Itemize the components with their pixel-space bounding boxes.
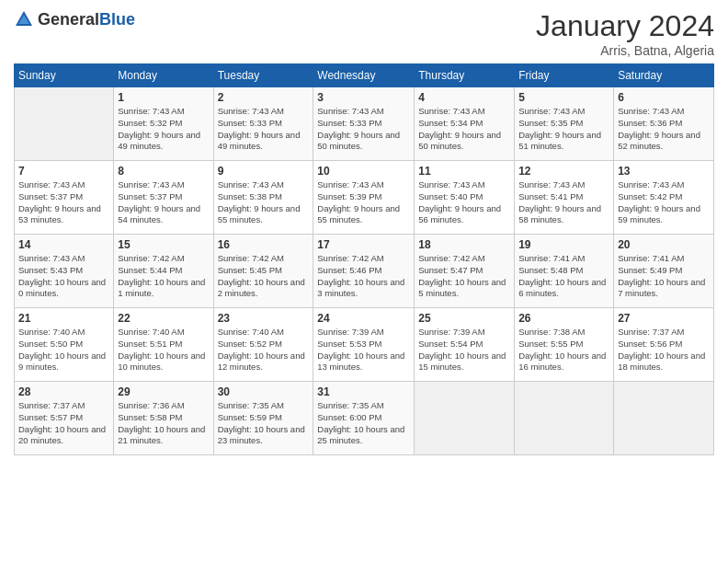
- cell-week3-day2: 15Sunrise: 7:42 AMSunset: 5:44 PMDayligh…: [114, 235, 213, 308]
- cell-week2-day5: 11Sunrise: 7:43 AMSunset: 5:40 PMDayligh…: [415, 161, 515, 235]
- cell-content: Sunrise: 7:37 AMSunset: 5:57 PMDaylight:…: [18, 400, 109, 447]
- cell-week1-day7: 6Sunrise: 7:43 AMSunset: 5:36 PMDaylight…: [614, 87, 714, 161]
- day-number: 29: [118, 385, 209, 398]
- cell-content: Sunrise: 7:43 AMSunset: 5:37 PMDaylight:…: [118, 179, 209, 226]
- day-number: 16: [218, 238, 310, 251]
- day-number: 20: [618, 238, 710, 251]
- day-number: 21: [18, 312, 109, 325]
- cell-content: Sunrise: 7:39 AMSunset: 5:53 PMDaylight:…: [317, 327, 410, 373]
- cell-week2-day4: 10Sunrise: 7:43 AMSunset: 5:39 PMDayligh…: [313, 161, 415, 235]
- header-row: Sunday Monday Tuesday Wednesday Thursday…: [15, 64, 714, 87]
- cell-content: Sunrise: 7:43 AMSunset: 5:36 PMDaylight:…: [618, 106, 710, 153]
- cell-week2-day7: 13Sunrise: 7:43 AMSunset: 5:42 PMDayligh…: [614, 161, 714, 235]
- cell-content: Sunrise: 7:43 AMSunset: 5:41 PMDaylight:…: [518, 179, 609, 226]
- cell-week3-day5: 18Sunrise: 7:42 AMSunset: 5:47 PMDayligh…: [415, 235, 515, 308]
- cell-content: Sunrise: 7:43 AMSunset: 5:38 PMDaylight:…: [218, 179, 310, 226]
- day-number: 25: [418, 312, 510, 325]
- cell-week4-day6: 26Sunrise: 7:38 AMSunset: 5:55 PMDayligh…: [515, 308, 614, 382]
- day-number: 8: [118, 165, 209, 178]
- cell-content: Sunrise: 7:35 AMSunset: 5:59 PMDaylight:…: [218, 400, 310, 447]
- cell-week1-day1: [15, 87, 114, 161]
- logo-blue: Blue: [99, 10, 135, 29]
- day-number: 28: [18, 385, 109, 398]
- cell-week5-day1: 28Sunrise: 7:37 AMSunset: 5:57 PMDayligh…: [15, 382, 114, 455]
- day-number: 24: [317, 312, 410, 325]
- cell-content: Sunrise: 7:40 AMSunset: 5:50 PMDaylight:…: [18, 327, 109, 373]
- cell-content: Sunrise: 7:43 AMSunset: 5:39 PMDaylight:…: [317, 179, 410, 226]
- cell-week5-day3: 30Sunrise: 7:35 AMSunset: 5:59 PMDayligh…: [213, 382, 313, 455]
- cell-content: Sunrise: 7:42 AMSunset: 5:44 PMDaylight:…: [118, 253, 209, 300]
- cell-week2-day2: 8Sunrise: 7:43 AMSunset: 5:37 PMDaylight…: [114, 161, 213, 235]
- cell-content: Sunrise: 7:43 AMSunset: 5:34 PMDaylight:…: [418, 106, 510, 153]
- header-sunday: Sunday: [15, 64, 114, 87]
- cell-content: Sunrise: 7:35 AMSunset: 6:00 PMDaylight:…: [317, 400, 410, 447]
- cell-week5-day6: [515, 382, 614, 455]
- cell-week1-day6: 5Sunrise: 7:43 AMSunset: 5:35 PMDaylight…: [515, 87, 614, 161]
- day-number: 18: [418, 238, 510, 251]
- cell-week1-day2: 1Sunrise: 7:43 AMSunset: 5:32 PMDaylight…: [114, 87, 213, 161]
- cell-week5-day2: 29Sunrise: 7:36 AMSunset: 5:58 PMDayligh…: [114, 382, 213, 455]
- logo-text: GeneralBlue: [38, 10, 135, 29]
- cell-week4-day2: 22Sunrise: 7:40 AMSunset: 5:51 PMDayligh…: [114, 308, 213, 382]
- week-row-4: 21Sunrise: 7:40 AMSunset: 5:50 PMDayligh…: [15, 308, 714, 382]
- cell-content: Sunrise: 7:42 AMSunset: 5:46 PMDaylight:…: [317, 253, 410, 300]
- day-number: 4: [418, 91, 510, 104]
- cell-week3-day7: 20Sunrise: 7:41 AMSunset: 5:49 PMDayligh…: [614, 235, 714, 308]
- day-number: 19: [518, 238, 609, 251]
- calendar-table: Sunday Monday Tuesday Wednesday Thursday…: [14, 63, 714, 455]
- cell-content: Sunrise: 7:43 AMSunset: 5:37 PMDaylight:…: [18, 179, 109, 226]
- logo-general: General: [38, 10, 99, 29]
- month-title: January 2024: [536, 9, 714, 43]
- cell-content: Sunrise: 7:36 AMSunset: 5:58 PMDaylight:…: [118, 400, 209, 447]
- calendar-body: 1Sunrise: 7:43 AMSunset: 5:32 PMDaylight…: [15, 87, 714, 455]
- title-block: January 2024 Arris, Batna, Algeria: [536, 9, 714, 58]
- cell-week4-day3: 23Sunrise: 7:40 AMSunset: 5:52 PMDayligh…: [213, 308, 313, 382]
- day-number: 22: [118, 312, 209, 325]
- cell-content: Sunrise: 7:43 AMSunset: 5:32 PMDaylight:…: [118, 106, 209, 153]
- location-subtitle: Arris, Batna, Algeria: [536, 43, 714, 58]
- header-saturday: Saturday: [614, 64, 714, 87]
- cell-content: Sunrise: 7:43 AMSunset: 5:42 PMDaylight:…: [618, 179, 710, 226]
- cell-content: Sunrise: 7:38 AMSunset: 5:55 PMDaylight:…: [518, 327, 609, 373]
- cell-week2-day6: 12Sunrise: 7:43 AMSunset: 5:41 PMDayligh…: [515, 161, 614, 235]
- day-number: 17: [317, 238, 410, 251]
- cell-week1-day5: 4Sunrise: 7:43 AMSunset: 5:34 PMDaylight…: [415, 87, 515, 161]
- calendar-header: Sunday Monday Tuesday Wednesday Thursday…: [15, 64, 714, 87]
- cell-content: Sunrise: 7:39 AMSunset: 5:54 PMDaylight:…: [418, 327, 510, 373]
- day-number: 9: [218, 165, 310, 178]
- cell-content: Sunrise: 7:43 AMSunset: 5:33 PMDaylight:…: [218, 106, 310, 153]
- cell-week3-day1: 14Sunrise: 7:43 AMSunset: 5:43 PMDayligh…: [15, 235, 114, 308]
- day-number: 23: [218, 312, 310, 325]
- header-friday: Friday: [515, 64, 614, 87]
- cell-content: Sunrise: 7:42 AMSunset: 5:45 PMDaylight:…: [218, 253, 310, 300]
- cell-content: Sunrise: 7:40 AMSunset: 5:51 PMDaylight:…: [118, 327, 209, 373]
- cell-week5-day4: 31Sunrise: 7:35 AMSunset: 6:00 PMDayligh…: [313, 382, 415, 455]
- day-number: 31: [317, 385, 410, 398]
- day-number: 1: [118, 91, 209, 104]
- logo: GeneralBlue: [14, 9, 135, 29]
- week-row-2: 7Sunrise: 7:43 AMSunset: 5:37 PMDaylight…: [15, 161, 714, 235]
- header-tuesday: Tuesday: [213, 64, 313, 87]
- week-row-5: 28Sunrise: 7:37 AMSunset: 5:57 PMDayligh…: [15, 382, 714, 455]
- cell-content: Sunrise: 7:41 AMSunset: 5:49 PMDaylight:…: [618, 253, 710, 300]
- cell-content: Sunrise: 7:43 AMSunset: 5:40 PMDaylight:…: [418, 179, 510, 226]
- header: GeneralBlue January 2024 Arris, Batna, A…: [14, 9, 714, 58]
- day-number: 13: [618, 165, 710, 178]
- day-number: 6: [618, 91, 710, 104]
- cell-content: Sunrise: 7:43 AMSunset: 5:33 PMDaylight:…: [317, 106, 410, 153]
- page-container: GeneralBlue January 2024 Arris, Batna, A…: [0, 0, 728, 465]
- week-row-3: 14Sunrise: 7:43 AMSunset: 5:43 PMDayligh…: [15, 235, 714, 308]
- cell-week2-day3: 9Sunrise: 7:43 AMSunset: 5:38 PMDaylight…: [213, 161, 313, 235]
- cell-content: Sunrise: 7:40 AMSunset: 5:52 PMDaylight:…: [218, 327, 310, 373]
- cell-week3-day6: 19Sunrise: 7:41 AMSunset: 5:48 PMDayligh…: [515, 235, 614, 308]
- cell-week4-day1: 21Sunrise: 7:40 AMSunset: 5:50 PMDayligh…: [15, 308, 114, 382]
- day-number: 3: [317, 91, 410, 104]
- day-number: 11: [418, 165, 510, 178]
- cell-week4-day5: 25Sunrise: 7:39 AMSunset: 5:54 PMDayligh…: [415, 308, 515, 382]
- cell-week1-day3: 2Sunrise: 7:43 AMSunset: 5:33 PMDaylight…: [213, 87, 313, 161]
- day-number: 14: [18, 238, 109, 251]
- week-row-1: 1Sunrise: 7:43 AMSunset: 5:32 PMDaylight…: [15, 87, 714, 161]
- day-number: 15: [118, 238, 209, 251]
- day-number: 5: [518, 91, 609, 104]
- cell-content: Sunrise: 7:41 AMSunset: 5:48 PMDaylight:…: [518, 253, 609, 300]
